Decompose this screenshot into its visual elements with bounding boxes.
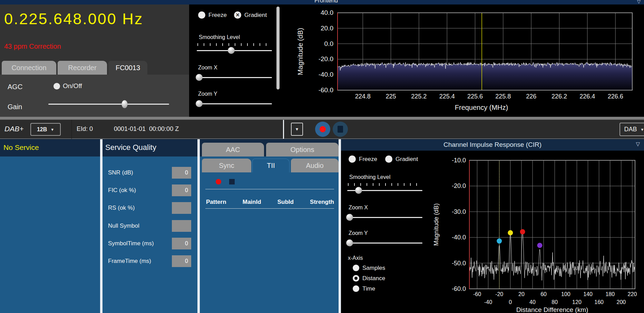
- quality-row: SNR (dB) 0: [103, 167, 197, 179]
- dab-sdr-app: Frontend ▽ 0.225.648.000 Hz 43 ppm Corre…: [0, 0, 644, 313]
- tab-aac[interactable]: AAC: [202, 143, 264, 156]
- svg-text:-60: -60: [473, 291, 481, 297]
- cir-smoothing-ticks: [348, 183, 421, 186]
- frontend-zoomy-slider[interactable]: [197, 100, 272, 108]
- frontend-gradient-checkbox[interactable]: ✕: [234, 11, 241, 19]
- record-button[interactable]: [315, 122, 330, 137]
- cir-title: Channel Impulse Response (CIR): [341, 139, 644, 150]
- cir-gradient-checkbox[interactable]: ✕: [385, 155, 392, 163]
- cir-freeze-checkbox[interactable]: ✕: [349, 155, 356, 163]
- svg-text:226.2: 226.2: [552, 93, 567, 100]
- radio-samples[interactable]: [353, 265, 359, 271]
- svg-text:226.6: 226.6: [608, 93, 623, 100]
- tab-recorder[interactable]: Recorder: [58, 61, 107, 75]
- tab-fc0013[interactable]: FC0013: [108, 61, 147, 75]
- svg-text:-40: -40: [484, 299, 492, 305]
- ppm-correction-label: 43 ppm Correction: [4, 42, 61, 50]
- bottom-section: No Service Service Quality SNR (dB) 0 FI…: [0, 139, 644, 313]
- frontend-zoomx-label: Zoom X: [198, 65, 217, 71]
- svg-text:0: 0: [509, 299, 512, 305]
- tab-options[interactable]: Options: [266, 143, 339, 156]
- cir-smoothing-handle[interactable]: [355, 187, 362, 194]
- vertical-splitter-2[interactable]: [197, 139, 200, 313]
- tuner-panel: 0.225.648.000 Hz 43 ppm Correction Conne…: [0, 4, 189, 117]
- frontend-controls-scrollbar[interactable]: [276, 7, 280, 89]
- cir-zoomy-handle[interactable]: [346, 239, 353, 246]
- frontend-smoothing-handle[interactable]: [228, 47, 235, 54]
- frontend-freeze-checkbox[interactable]: ✕: [198, 11, 205, 19]
- cir-zoomy-slider[interactable]: [347, 239, 422, 247]
- quality-row: Null Symbol: [103, 220, 197, 232]
- tii-red-dot-icon: [216, 179, 221, 184]
- radio-time[interactable]: [353, 285, 359, 292]
- frontend-zoomx-handle[interactable]: [196, 74, 203, 81]
- cir-body: ✕ Freeze ✕ Gradient Smoothing Level Zoom…: [341, 151, 644, 313]
- cir-zoomx-label: Zoom X: [349, 205, 368, 211]
- tab-sync[interactable]: Sync: [202, 159, 251, 172]
- cir-plot-controls: ✕ Freeze ✕ Gradient Smoothing Level Zoom…: [341, 151, 428, 313]
- expand-dropdown-button[interactable]: ▼: [291, 123, 303, 136]
- svg-text:-50.0: -50.0: [452, 260, 466, 267]
- gain-slider[interactable]: [48, 100, 169, 108]
- svg-text:200: 200: [617, 299, 626, 305]
- tab-connection[interactable]: Connection: [2, 61, 56, 75]
- frontend-collapse-icon[interactable]: ▽: [637, 0, 641, 4]
- svg-text:120: 120: [572, 299, 582, 305]
- horizontal-splitter[interactable]: [0, 117, 644, 120]
- svg-text:-60.0: -60.0: [319, 86, 333, 94]
- svg-text:80: 80: [552, 299, 558, 305]
- tab-audio[interactable]: Audio: [291, 159, 339, 172]
- cir-zoomy-label: Zoom Y: [349, 230, 368, 236]
- channel-combobox[interactable]: 12B▼: [30, 123, 61, 136]
- chevron-down-icon: ▼: [641, 127, 644, 132]
- cir-collapse-icon[interactable]: ▽: [636, 141, 640, 147]
- frontend-gradient-label: Gradient: [244, 12, 267, 19]
- svg-text:60: 60: [540, 291, 547, 297]
- mode-combobox[interactable]: DAB▼: [619, 123, 644, 136]
- tii-column-headers: Pattern MainId SubId Strength: [206, 199, 334, 206]
- svg-text:226: 226: [526, 93, 536, 100]
- cir-plot[interactable]: -10.0-20.0-30.0-40.0-50.0-60.0-60-40-200…: [428, 151, 644, 313]
- tii-marker-purple: [537, 243, 542, 248]
- svg-text:-10.0: -10.0: [452, 157, 466, 164]
- service-list-header: No Service: [0, 139, 100, 156]
- svg-text:-20.0: -20.0: [452, 182, 466, 189]
- svg-text:40: 40: [529, 299, 536, 305]
- agc-label: AGC: [8, 83, 22, 91]
- snr-value: 0: [172, 167, 191, 179]
- vertical-splitter-3[interactable]: [339, 139, 341, 313]
- cir-xaxis-label: x-Axis: [348, 255, 363, 261]
- tab-tii[interactable]: TII: [252, 159, 290, 172]
- cir-zoomx-handle[interactable]: [346, 214, 353, 221]
- cir-panel: Channel Impulse Response (CIR) ▽ ✕ Freez…: [341, 139, 644, 313]
- frontend-smoothing-slider[interactable]: [197, 47, 272, 55]
- radio-distance[interactable]: [353, 275, 359, 282]
- frontend-spectrum-plot[interactable]: 40.020.00.0-20.0-40.0-60.0224.8225225.22…: [281, 4, 644, 117]
- svg-text:225.2: 225.2: [411, 93, 427, 100]
- cir-smoothing-label: Smoothing Level: [349, 174, 390, 180]
- frontend-titlebar: Frontend ▽: [0, 0, 644, 4]
- cir-zoomx-slider[interactable]: [347, 214, 422, 221]
- frontend-smoothing-ticks: [197, 43, 271, 46]
- frametime-value: 0: [172, 255, 191, 267]
- agc-onoff-checkbox[interactable]: [53, 83, 60, 89]
- cir-smoothing-slider[interactable]: [347, 187, 422, 195]
- gain-slider-handle[interactable]: [121, 100, 127, 108]
- frontend-zoomx-slider[interactable]: [197, 74, 272, 82]
- vertical-splitter-1[interactable]: [100, 139, 103, 313]
- frontend-freeze-label: Freeze: [208, 12, 227, 19]
- service-list-panel: No Service: [0, 139, 100, 313]
- quality-row: SymbolTime (ms) 0: [103, 238, 197, 249]
- svg-text:Magnitude (dB): Magnitude (dB): [433, 203, 440, 246]
- agc-onoff-label: On/Off: [63, 82, 82, 90]
- svg-text:-60.0: -60.0: [452, 285, 466, 292]
- frontend-zoomy-handle[interactable]: [196, 100, 203, 107]
- chevron-down-icon: ▼: [50, 127, 54, 132]
- svg-text:160: 160: [594, 299, 604, 305]
- svg-text:20: 20: [518, 291, 525, 297]
- frontend-smoothing-label: Smoothing Level: [199, 34, 240, 40]
- stop-button[interactable]: [333, 122, 348, 137]
- tii-dark-square-icon: [229, 179, 235, 184]
- cir-gradient-label: Gradient: [396, 156, 418, 163]
- radio-samples-label: Samples: [362, 265, 385, 272]
